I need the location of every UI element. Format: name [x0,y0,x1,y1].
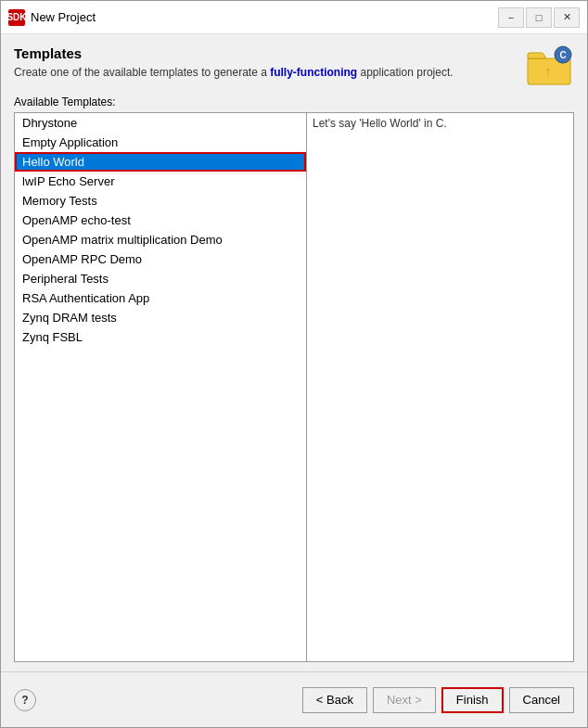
header-section: Templates Create one of the available te… [14,45,574,86]
template-item-openamp-matrix[interactable]: OpenAMP matrix multiplication Demo [15,230,306,249]
content-area: Templates Create one of the available te… [1,34,587,671]
app-icon: SDK [8,9,25,26]
available-templates-label: Available Templates: [14,96,574,109]
new-project-window: SDK New Project − □ ✕ Templates Create o… [0,0,588,728]
cancel-button[interactable]: Cancel [509,687,574,713]
header-description: Create one of the available templates to… [14,65,517,81]
template-item-openamp-echo-test[interactable]: OpenAMP echo-test [15,211,306,230]
maximize-button[interactable]: □ [526,7,552,28]
template-item-hello-world[interactable]: Hello World [15,152,306,172]
template-item-openamp-rpc[interactable]: OpenAMP RPC Demo [15,249,306,269]
header-text: Templates Create one of the available te… [14,45,517,81]
close-button[interactable]: ✕ [554,7,580,28]
svg-text:↑: ↑ [545,64,552,79]
template-item-lwip-echo-server[interactable]: lwIP Echo Server [15,172,306,191]
page-title: Templates [14,45,517,61]
template-description-text: Let's say 'Hello World' in C. [313,117,447,130]
minimize-button[interactable]: − [498,7,524,28]
template-description-panel: Let's say 'Hello World' in C. [307,113,573,661]
template-item-empty-application[interactable]: Empty Application [15,133,306,152]
desc-bold: fully-functioning [270,66,357,79]
next-button[interactable]: Next > [373,687,436,713]
template-item-peripheral-tests[interactable]: Peripheral Tests [15,269,306,288]
template-item-zynq-dram[interactable]: Zynq DRAM tests [15,308,306,327]
finish-button[interactable]: Finish [441,687,504,713]
footer-left: ? [14,689,36,711]
window-controls: − □ ✕ [498,7,580,28]
folder-icon: C ↑ [526,45,574,86]
panels-container: Dhrystone Empty Application Hello World … [14,112,574,662]
window-title: New Project [31,10,498,24]
svg-text:C: C [559,50,566,60]
desc-part1: Create one of the available templates to… [14,66,270,79]
template-list[interactable]: Dhrystone Empty Application Hello World … [15,113,307,661]
template-item-rsa-auth-app[interactable]: RSA Authentication App [15,288,306,308]
template-item-zynq-fsbl[interactable]: Zynq FSBL [15,327,306,347]
back-button[interactable]: < Back [302,687,367,713]
footer: ? < Back Next > Finish Cancel [1,671,587,727]
footer-buttons: < Back Next > Finish Cancel [302,687,574,713]
template-item-memory-tests[interactable]: Memory Tests [15,191,306,211]
desc-part2: application project. [357,66,453,79]
help-button[interactable]: ? [14,689,36,711]
title-bar: SDK New Project − □ ✕ [1,1,587,34]
template-item-dhrystone[interactable]: Dhrystone [15,113,306,133]
